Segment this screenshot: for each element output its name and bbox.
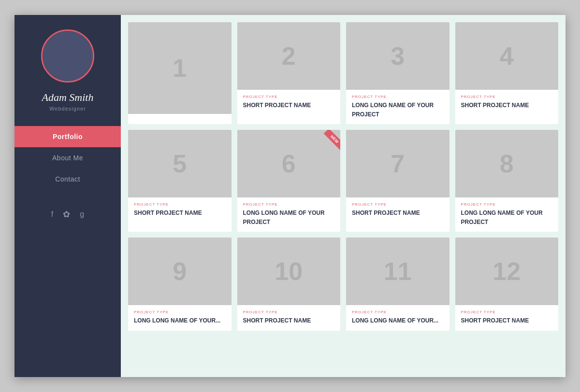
portfolio-card-5[interactable]: 5 PROJECT TYPE SHORT PROJECT NAME (128, 130, 232, 232)
portfolio-grid: 1 2 PROJECT TYPE SHORT PROJECT NAME 3 (128, 22, 558, 331)
portfolio-card-2[interactable]: 2 PROJECT TYPE SHORT PROJECT NAME (237, 22, 341, 124)
project-type-10: PROJECT TYPE (243, 310, 335, 314)
project-name-6: LONG LONG NAME OF YOUR PROJECT (243, 210, 325, 225)
card-number-10: 10 (275, 257, 303, 286)
project-name-11: LONG LONG NAME OF YOUR... (352, 317, 438, 324)
avatar (41, 29, 94, 83)
facebook-icon[interactable]: f (51, 210, 53, 219)
card-info-8: PROJECT TYPE LONG LONG NAME OF YOUR PROJ… (455, 197, 559, 232)
sidebar-item-contact[interactable]: Contact (14, 168, 121, 190)
card-number-6: 6 (282, 149, 296, 178)
card-info-2: PROJECT TYPE SHORT PROJECT NAME (237, 90, 341, 115)
card-info-10: PROJECT TYPE SHORT PROJECT NAME (237, 305, 341, 331)
card-image-9: 9 (128, 238, 232, 305)
card-image-10: 10 (237, 238, 341, 305)
portfolio-card-1[interactable]: 1 (128, 22, 232, 124)
card-number-3: 3 (391, 42, 405, 70)
project-name-12: SHORT PROJECT NAME (461, 317, 529, 324)
card-number-5: 5 (173, 149, 187, 178)
project-type-5: PROJECT TYPE (134, 202, 226, 207)
portfolio-card-9[interactable]: 9 PROJECT TYPE LONG LONG NAME OF YOUR... (128, 238, 232, 331)
portfolio-card-11[interactable]: 11 PROJECT TYPE LONG LONG NAME OF YOUR..… (346, 238, 450, 331)
nav-menu: Portfolio About Me Contact (14, 126, 121, 190)
portfolio-card-8[interactable]: 8 PROJECT TYPE LONG LONG NAME OF YOUR PR… (455, 130, 559, 232)
project-type-7: PROJECT TYPE (352, 202, 444, 207)
card-image-6: 6 (237, 130, 341, 197)
avatar-image (43, 31, 93, 81)
new-ribbon-6 (316, 130, 340, 154)
project-name-9: LONG LONG NAME OF YOUR... (134, 317, 220, 324)
portfolio-card-7[interactable]: 7 PROJECT TYPE SHORT PROJECT NAME (346, 130, 450, 232)
project-type-4: PROJECT TYPE (461, 95, 553, 99)
card-image-2: 2 (237, 22, 341, 90)
user-role: Webdesigner (49, 106, 86, 112)
project-name-4: SHORT PROJECT NAME (461, 102, 529, 109)
project-type-8: PROJECT TYPE (461, 202, 553, 207)
project-name-8: LONG LONG NAME OF YOUR PROJECT (461, 210, 543, 225)
card-info-6: PROJECT TYPE LONG LONG NAME OF YOUR PROJ… (237, 197, 341, 232)
card-info-9: PROJECT TYPE LONG LONG NAME OF YOUR... (128, 305, 232, 331)
portfolio-card-12[interactable]: 12 PROJECT TYPE SHORT PROJECT NAME (455, 238, 559, 331)
card-image-11: 11 (346, 238, 450, 305)
card-number-9: 9 (173, 257, 187, 286)
project-type-12: PROJECT TYPE (461, 310, 553, 314)
card-image-7: 7 (346, 130, 450, 197)
card-image-4: 4 (455, 22, 559, 90)
card-number-8: 8 (500, 149, 514, 178)
portfolio-card-10[interactable]: 10 PROJECT TYPE SHORT PROJECT NAME (237, 238, 341, 331)
google-icon[interactable]: g (80, 210, 84, 219)
card-info-11: PROJECT TYPE LONG LONG NAME OF YOUR... (346, 305, 450, 331)
card-info-5: PROJECT TYPE SHORT PROJECT NAME (128, 197, 232, 223)
card-info-4: PROJECT TYPE SHORT PROJECT NAME (455, 90, 559, 115)
card-number-11: 11 (384, 257, 412, 286)
project-type-3: PROJECT TYPE (352, 95, 444, 99)
sidebar: Adam Smith Webdesigner Portfolio About M… (14, 15, 121, 377)
project-name-3: LONG LONG NAME OF YOUR PROJECT (352, 102, 434, 118)
card-image-5: 5 (128, 130, 232, 197)
user-name: Adam Smith (42, 91, 94, 104)
content-area: 1 2 PROJECT TYPE SHORT PROJECT NAME 3 (121, 15, 566, 377)
card-number-7: 7 (391, 149, 405, 178)
card-number-2: 2 (282, 42, 296, 70)
card-number-4: 4 (500, 42, 514, 70)
social-icons: f ✿ g (51, 209, 84, 220)
project-type-9: PROJECT TYPE (134, 310, 226, 314)
card-image-1: 1 (128, 22, 232, 114)
portfolio-card-6[interactable]: 6 PROJECT TYPE LONG LONG NAME OF YOUR PR… (237, 130, 341, 232)
card-image-8: 8 (455, 130, 559, 197)
project-name-2: SHORT PROJECT NAME (243, 102, 311, 109)
project-type-2: PROJECT TYPE (243, 95, 335, 99)
main-container: Adam Smith Webdesigner Portfolio About M… (14, 15, 566, 377)
card-number-12: 12 (493, 257, 521, 286)
card-info-3: PROJECT TYPE LONG LONG NAME OF YOUR PROJ… (346, 90, 450, 124)
portfolio-card-4[interactable]: 4 PROJECT TYPE SHORT PROJECT NAME (455, 22, 559, 124)
sidebar-item-about[interactable]: About Me (14, 147, 121, 168)
project-type-11: PROJECT TYPE (352, 310, 444, 314)
project-type-6: PROJECT TYPE (243, 202, 335, 207)
card-info-12: PROJECT TYPE SHORT PROJECT NAME (455, 305, 559, 331)
portfolio-card-3[interactable]: 3 PROJECT TYPE LONG LONG NAME OF YOUR PR… (346, 22, 450, 124)
project-name-5: SHORT PROJECT NAME (134, 210, 202, 216)
card-info-7: PROJECT TYPE SHORT PROJECT NAME (346, 197, 450, 223)
card-number-1: 1 (173, 54, 187, 83)
project-name-7: SHORT PROJECT NAME (352, 210, 420, 216)
sidebar-item-portfolio[interactable]: Portfolio (14, 126, 121, 147)
card-image-12: 12 (455, 238, 559, 305)
project-name-10: SHORT PROJECT NAME (243, 317, 311, 324)
card-image-3: 3 (346, 22, 450, 90)
dribbble-icon[interactable]: ✿ (63, 209, 70, 220)
